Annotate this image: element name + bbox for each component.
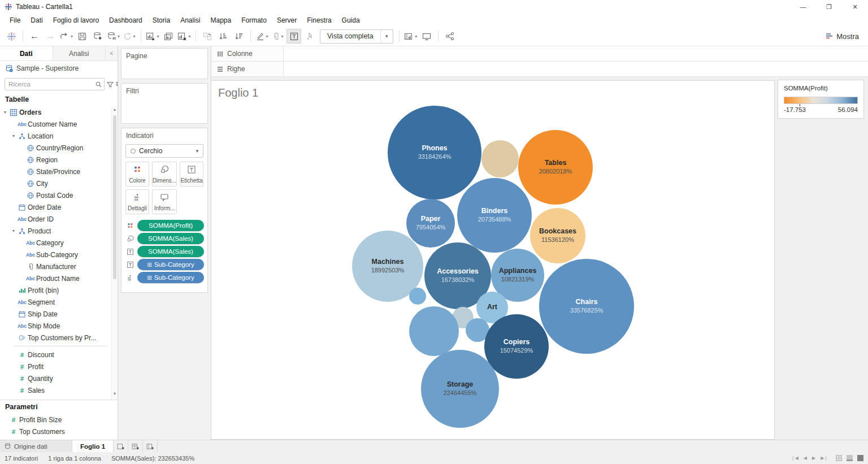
field-country-region[interactable]: Country/Region (0, 142, 111, 154)
show-me-mini-button[interactable]: ▾ (403, 29, 418, 44)
group-members-button[interactable]: ▾ (271, 29, 285, 44)
show-sheet-sorter-icon[interactable] (857, 455, 863, 461)
maximize-button[interactable]: ❐ (816, 0, 842, 14)
scroll-down-icon[interactable]: ▼ (112, 392, 118, 398)
mark-button-tooltip[interactable]: Inform... (152, 189, 177, 214)
expand-box-icon[interactable]: ⊞ (147, 262, 151, 268)
mark-button-label[interactable]: Etichetta (180, 162, 203, 187)
field-city[interactable]: City (0, 177, 111, 189)
view-mode-dropdown[interactable]: Vista completa ▼ (320, 29, 393, 44)
rows-shelf-area[interactable] (284, 62, 868, 76)
pill-somma-sales-[interactable]: SOMMA(Sales) (137, 246, 204, 257)
replay-button[interactable]: ▾ (59, 29, 73, 44)
field-sales[interactable]: #Sales (0, 384, 111, 396)
mark-button-size[interactable]: Dimens... (152, 162, 177, 187)
field-order-date[interactable]: Order Date (0, 201, 111, 213)
minimize-button[interactable]: — (790, 0, 816, 14)
share-button[interactable] (442, 29, 457, 44)
bubble-tables[interactable]: Tables20802018% (518, 130, 593, 205)
group-caret-icon[interactable]: ▾ (281, 34, 283, 39)
expand-caret-icon[interactable]: ▾ (11, 228, 16, 233)
menu-item-formato[interactable]: Formato (236, 15, 272, 26)
refresh-button[interactable]: ▾ (122, 29, 137, 44)
field-orders[interactable]: ▾Orders (0, 106, 111, 118)
close-button[interactable]: ✕ (842, 0, 868, 14)
bubble-paper[interactable]: Paper7954054% (406, 199, 455, 248)
new-dashboard-tab-button[interactable] (128, 440, 143, 452)
menu-item-foglio-di-lavoro[interactable]: Foglio di lavoro (48, 15, 104, 26)
nav-last-icon[interactable]: ▶❘ (821, 456, 828, 461)
show-mark-labels-button[interactable] (287, 29, 301, 44)
show-filmstrip-icon[interactable] (847, 455, 853, 461)
show-me-toggle[interactable]: Mostra (820, 32, 865, 41)
color-legend-card[interactable]: SOMMA(Profit) -17.753 56.094 (778, 80, 864, 119)
field-postal-code[interactable]: Postal Code (0, 189, 111, 201)
pill-somma-profit-[interactable]: SOMMA(Profit) (137, 220, 204, 231)
bubble-storage[interactable]: Storage22464455% (421, 350, 499, 428)
data-source-tab[interactable]: Origine dati (0, 440, 72, 452)
swap-rows-columns-button[interactable] (200, 29, 215, 44)
filters-shelf[interactable]: Filtri (121, 83, 208, 124)
new-worksheet-caret-icon[interactable]: ▾ (157, 34, 159, 39)
bubble-unlabeled[interactable] (481, 140, 519, 177)
mark-type-dropdown[interactable]: Cerchio ▼ (125, 144, 203, 158)
field-segment[interactable]: AbcSegment (0, 296, 111, 308)
sheet-tab-foglio1[interactable]: Foglio 1 (72, 440, 114, 452)
menu-item-file[interactable]: File (5, 15, 25, 26)
bubble-copiers[interactable]: Copiers15074529% (484, 314, 549, 379)
pause-caret-icon[interactable]: ▾ (118, 34, 120, 39)
new-worksheet-tab-button[interactable] (114, 440, 128, 452)
pill-sub-category[interactable]: ⊞Sub-Category (137, 259, 204, 270)
field-manufacturer[interactable]: Manufacturer (0, 261, 111, 272)
fields-scrollbar[interactable]: ▲ ▼ (111, 106, 118, 400)
bubble-bookcases[interactable]: Bookcases11536120% (530, 208, 585, 263)
field-customer-name[interactable]: AbcCustomer Name (0, 118, 111, 130)
pause-auto-updates-button[interactable]: ▾ (106, 29, 121, 44)
field-ship-date[interactable]: Ship Date (0, 308, 111, 320)
menu-item-storia[interactable]: Storia (147, 15, 175, 26)
scroll-up-icon[interactable]: ▲ (112, 107, 118, 114)
filter-fields-icon[interactable] (107, 81, 114, 88)
field-sub-category[interactable]: AbcSub-Category (0, 249, 111, 261)
menu-item-finestra[interactable]: Finestra (302, 15, 336, 26)
new-worksheet-button[interactable]: ▾ (145, 29, 160, 44)
show-tabs-icon[interactable] (836, 455, 842, 461)
view-mode-caret-icon[interactable]: ▼ (380, 30, 393, 43)
refresh-caret-icon[interactable]: ▾ (133, 34, 135, 39)
expand-caret-icon[interactable]: ▾ (2, 110, 8, 115)
field-profit-bin-[interactable]: Profit (bin) (0, 284, 111, 296)
pages-shelf[interactable]: Pagine (121, 48, 208, 79)
new-story-tab-button[interactable] (143, 440, 158, 452)
field-quantity[interactable]: #Quantity (0, 372, 111, 384)
new-data-source-button[interactable] (90, 29, 105, 44)
presentation-mode-button[interactable] (419, 29, 434, 44)
nav-prev-icon[interactable]: ◀ (804, 456, 807, 461)
field-category[interactable]: AbcCategory (0, 237, 111, 249)
expand-box-icon[interactable]: ⊞ (147, 275, 151, 281)
field-ship-mode[interactable]: AbcShip Mode (0, 320, 111, 332)
scrollbar-thumb[interactable] (113, 115, 116, 279)
clear-sheet-button[interactable]: ▾ (177, 29, 192, 44)
mark-button-color[interactable]: Colore (125, 162, 149, 187)
fix-axes-button[interactable] (302, 29, 317, 44)
bubble-unlabeled[interactable] (409, 288, 426, 305)
mark-button-detail[interactable]: Dettagli (125, 189, 149, 214)
bubble-chairs[interactable]: Chairs33576825% (539, 259, 634, 354)
pill-sub-category[interactable]: ⊞Sub-Category (137, 272, 204, 283)
tab-dati[interactable]: Dati (0, 46, 53, 60)
replay-caret-icon[interactable]: ▾ (71, 34, 73, 39)
highlight-caret-icon[interactable]: ▾ (266, 34, 268, 39)
parameter-top-customers[interactable]: #Top Customers (0, 426, 118, 437)
nav-first-icon[interactable]: ❘◀ (791, 456, 798, 461)
highlight-button[interactable]: ▾ (255, 29, 270, 44)
bubble-binders[interactable]: Binders20735488% (457, 178, 532, 253)
search-input[interactable] (8, 81, 96, 88)
menu-item-mappa[interactable]: Mappa (206, 15, 237, 26)
field-top-customers-by-pr-[interactable]: Top Customers by Pr... (0, 332, 111, 344)
redo-button[interactable]: → (43, 29, 58, 44)
undo-button[interactable]: ← (27, 29, 42, 44)
field-discount[interactable]: #Discount (0, 349, 111, 361)
pill-somma-sales-[interactable]: SOMMA(Sales) (137, 233, 204, 244)
sort-ascending-button[interactable] (216, 29, 231, 44)
rows-shelf[interactable]: Righe (211, 62, 868, 77)
